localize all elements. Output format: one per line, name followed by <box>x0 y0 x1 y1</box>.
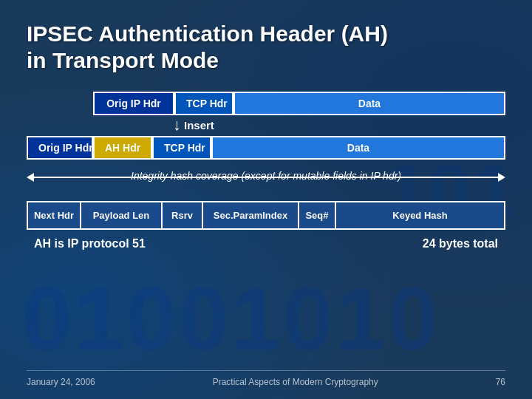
slide-container: IPSEC Authentication Header (AH) in Tran… <box>0 0 532 399</box>
field-keyed-hash: Keyed Hash <box>336 202 504 228</box>
field-next-hdr: Next Hdr <box>28 202 81 228</box>
bottom-orig-ip-hdr: Orig IP Hdr <box>27 136 93 160</box>
top-tcp-hdr: TCP Hdr <box>174 92 233 115</box>
info-row: AH is IP protocol 51 24 bytes total <box>27 237 505 250</box>
bottom-tcp-hdr: TCP Hdr <box>152 136 211 160</box>
field-payload-len: Payload Len <box>81 202 163 228</box>
insert-label: ↓ Insert <box>173 115 214 134</box>
field-rsrv: Rsrv <box>163 202 203 228</box>
field-sec-param-index: Sec.ParamIndex <box>203 202 299 228</box>
footer-page: 76 <box>496 377 505 387</box>
slide-footer: January 24, 2006 Practical Aspects of Mo… <box>27 370 505 387</box>
slide-title: IPSEC Authentication Header (AH) in Tran… <box>27 21 505 74</box>
title-line2: in Transport Mode <box>27 48 219 72</box>
field-seq-num: Seq# <box>299 202 336 228</box>
title-line1: IPSEC Authentication Header (AH) <box>27 21 388 46</box>
protocol-info: AH is IP protocol 51 <box>34 237 146 250</box>
top-orig-ip-hdr: Orig IP Hdr <box>93 92 174 115</box>
footer-date: January 24, 2006 <box>27 377 95 387</box>
ah-fields-table: Next Hdr Payload Len Rsrv Sec.ParamIndex… <box>27 201 505 230</box>
integrity-text: Integrity hash coverage (except for muta… <box>131 170 401 182</box>
bottom-ah-hdr: AH Hdr <box>93 136 152 160</box>
top-data: Data <box>233 92 505 115</box>
footer-course: Practical Aspects of Modern Cryptography <box>213 377 378 387</box>
bottom-data: Data <box>211 136 505 160</box>
integrity-row: Integrity hash coverage (except for muta… <box>27 164 505 191</box>
arrow-left <box>27 173 34 182</box>
bottom-diagram-row: Orig IP Hdr AH Hdr TCP Hdr Data <box>27 136 505 160</box>
arrow-right <box>498 173 505 182</box>
total-info: 24 bytes total <box>423 237 498 250</box>
